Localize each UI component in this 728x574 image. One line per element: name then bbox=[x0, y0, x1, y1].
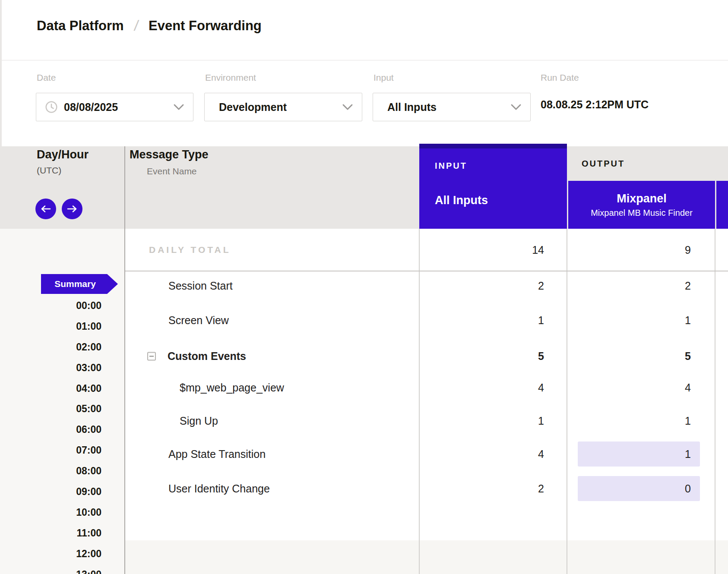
row-label: App State Transition bbox=[168, 448, 266, 460]
environment-filter-label: Environment bbox=[205, 73, 256, 83]
row-label: Screen View bbox=[168, 314, 229, 327]
row-label: $mp_web_page_view bbox=[180, 382, 284, 394]
hour-row-label[interactable]: 12:00 bbox=[0, 548, 101, 560]
date-value: 08/08/2025 bbox=[64, 101, 118, 114]
input-count: 4 bbox=[538, 382, 544, 394]
output-count: 5 bbox=[685, 350, 691, 363]
table-bottom-empty-area bbox=[124, 540, 728, 574]
breadcrumb-bar: Data Platform / Event Forwarding bbox=[2, 0, 728, 60]
daily-total-input-count: 14 bbox=[532, 243, 544, 256]
hour-row-label[interactable]: 13:00 bbox=[0, 568, 101, 574]
input-count: 4 bbox=[538, 448, 544, 460]
input-count: 1 bbox=[538, 415, 544, 427]
row-label: Sign Up bbox=[180, 415, 218, 427]
run-date-value: 08.08.25 2:12PM UTC bbox=[541, 98, 649, 111]
input-column-header: INPUT All Inputs bbox=[419, 144, 567, 229]
arrow-right-icon bbox=[67, 205, 77, 213]
output-section-label: OUTPUT bbox=[582, 159, 625, 169]
arrow-left-icon bbox=[41, 205, 51, 213]
output-count: 1 bbox=[685, 415, 691, 427]
output-count: 4 bbox=[685, 382, 691, 394]
output-count: 1 bbox=[685, 448, 691, 460]
daily-total-label: DAILY TOTAL bbox=[149, 245, 231, 255]
input-header-label: INPUT bbox=[435, 161, 467, 171]
mixpanel-column-header[interactable]: Mixpanel Mixpanel MB Music Finder bbox=[568, 181, 715, 229]
input-count: 2 bbox=[538, 483, 544, 495]
input-count: 2 bbox=[538, 280, 544, 292]
chevron-down-icon bbox=[342, 104, 353, 110]
message-type-column-title: Message Type bbox=[130, 148, 209, 161]
table-row: Screen View 1 1 bbox=[0, 303, 728, 337]
collapse-minus-icon[interactable] bbox=[147, 352, 156, 360]
input-dropdown[interactable]: All Inputs bbox=[373, 93, 531, 121]
input-count: 1 bbox=[538, 314, 544, 327]
run-date-label: Run Date bbox=[541, 73, 579, 83]
breadcrumb-separator: / bbox=[133, 17, 139, 34]
input-count: 5 bbox=[538, 350, 544, 363]
environment-value: Development bbox=[219, 101, 287, 114]
table-row: Session Start 2 2 bbox=[0, 268, 728, 303]
breadcrumb: Data Platform / Event Forwarding bbox=[37, 17, 262, 34]
filter-bar: Date 08/08/2025 Environment Development … bbox=[2, 60, 728, 146]
day-hour-column-subtitle: (UTC) bbox=[37, 165, 61, 176]
chevron-down-icon bbox=[510, 104, 522, 110]
clock-icon bbox=[45, 101, 58, 114]
hour-row-label[interactable]: 11:00 bbox=[0, 527, 101, 539]
row-label: Custom Events bbox=[168, 350, 246, 363]
mixpanel-output-subtitle: Mixpanel MB Music Finder bbox=[591, 208, 693, 218]
previous-day-button[interactable] bbox=[35, 199, 56, 219]
input-filter-value: All Inputs bbox=[387, 101, 437, 114]
next-day-button[interactable] bbox=[62, 199, 82, 219]
row-label: Session Start bbox=[168, 280, 233, 292]
hour-row-label[interactable]: 10:00 bbox=[0, 506, 101, 518]
date-dropdown[interactable]: 08/08/2025 bbox=[36, 93, 193, 121]
input-column-accent-strip bbox=[419, 144, 567, 148]
environment-dropdown[interactable]: Development bbox=[204, 93, 362, 121]
date-filter-label: Date bbox=[37, 73, 56, 83]
breadcrumb-data-platform[interactable]: Data Platform bbox=[37, 18, 124, 34]
daily-total-row: DAILY TOTAL 14 9 bbox=[0, 229, 728, 271]
daily-total-output-count: 9 bbox=[685, 243, 691, 256]
output-count: 1 bbox=[685, 314, 691, 327]
table-row-custom-events-group: Custom Events 5 5 bbox=[0, 339, 728, 373]
input-filter-label: Input bbox=[373, 73, 394, 83]
output-count: 2 bbox=[685, 280, 691, 292]
table-row: App State Transition 4 1 bbox=[0, 437, 728, 471]
page-title: Event Forwarding bbox=[149, 18, 262, 34]
table-row-sub-event: Sign Up 1 1 bbox=[0, 404, 728, 438]
event-name-subtitle: Event Name bbox=[147, 166, 197, 177]
chevron-down-icon bbox=[173, 104, 184, 110]
input-header-value: All Inputs bbox=[435, 194, 488, 207]
output-count: 0 bbox=[685, 483, 691, 495]
day-hour-column-title: Day/Hour bbox=[37, 148, 89, 161]
mixpanel-output-name: Mixpanel bbox=[617, 192, 667, 205]
row-label: User Identity Change bbox=[168, 483, 270, 495]
output-count-highlight bbox=[578, 442, 700, 467]
table-row: User Identity Change 2 0 bbox=[0, 471, 728, 506]
next-output-column-header-cutoff bbox=[716, 181, 728, 229]
event-forwarding-page: Data Platform / Event Forwarding Date 08… bbox=[0, 0, 728, 574]
table-row-sub-event: $mp_web_page_view 4 4 bbox=[0, 370, 728, 405]
output-count-highlight bbox=[578, 476, 700, 501]
